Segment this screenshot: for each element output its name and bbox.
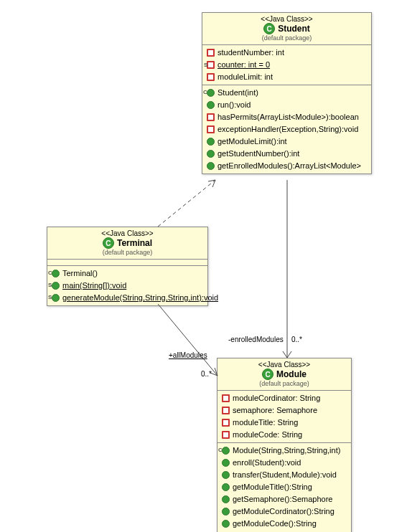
op: SgenerateModule(String,String,String,int… [47, 292, 207, 304]
private-icon: S [207, 61, 215, 69]
operations: CStudent(int) run():void hasPermits(Arra… [202, 85, 371, 174]
class-name: Student [278, 24, 310, 34]
class-header: <<Java Class>> C Terminal (default packa… [47, 227, 207, 260]
public-icon [222, 508, 230, 516]
class-terminal: <<Java Class>> C Terminal (default packa… [47, 227, 208, 306]
public-icon [207, 138, 215, 146]
op: run():void [202, 99, 371, 111]
op: getEnrolledModules():ArrayList<Module> [202, 160, 371, 172]
op-text: transfer(Student,Module):void [233, 470, 337, 480]
private-icon [207, 73, 215, 81]
op-text: getModuleCode():String [233, 518, 317, 529]
op-text: enroll(Student):void [233, 457, 301, 468]
private-icon [207, 49, 215, 57]
attr-text: moduleLimit: int [217, 72, 273, 82]
attr: moduleTitle: String [217, 417, 351, 429]
public-icon [222, 495, 230, 503]
op: CModule(String,String,String,int) [217, 445, 351, 457]
attr-text: semaphore: Semaphore [233, 405, 317, 416]
op-text: Terminal() [62, 268, 98, 279]
attributes: moduleCordinator: String semaphore: Sema… [217, 391, 351, 443]
stereotype: <<Java Class>> [223, 361, 345, 369]
public-icon [222, 520, 230, 528]
public-icon [222, 483, 230, 491]
op: transfer(Student,Module):void [217, 469, 351, 481]
stereotype: <<Java Class>> [208, 15, 365, 23]
public-icon: S [52, 294, 60, 302]
private-icon [222, 419, 230, 427]
public-icon [207, 162, 215, 170]
constructor-icon: C [207, 89, 215, 97]
op: hasPermits(ArrayList<Module>):boolean [202, 111, 371, 123]
op: exceptionHandler(Exception,String):void [202, 123, 371, 136]
class-name-row: C Student [208, 23, 365, 34]
op-text: getModuleCordinator():String [233, 506, 335, 517]
op: CStudent(int) [202, 87, 371, 99]
private-icon [207, 113, 215, 121]
public-icon [222, 471, 230, 479]
attr: moduleCordinator: String [217, 392, 351, 404]
attr: Scounter: int = 0 [202, 59, 371, 71]
class-icon: C [263, 23, 275, 34]
private-icon [207, 125, 215, 133]
op-text: getEnrolledModules():ArrayList<Module> [217, 161, 361, 171]
public-icon [207, 150, 215, 158]
op-text: getModuleTitle():String [233, 482, 312, 493]
class-icon: C [262, 369, 273, 380]
op: getModuleTitle():String [217, 481, 351, 493]
attr: moduleLimit: int [202, 71, 371, 83]
op-text: Module(String,String,String,int) [233, 445, 340, 456]
private-icon [222, 394, 230, 402]
class-name: Terminal [117, 238, 152, 248]
attributes: studentNumber: int Scounter: int = 0 mod… [202, 45, 371, 85]
private-icon [222, 407, 230, 414]
assoc-mult-enrolled: 0..* [291, 336, 302, 343]
op-text: exceptionHandler(Exception,String):void [217, 124, 358, 135]
package: (default package) [223, 380, 345, 387]
op-text: getModuleLimit():int [217, 136, 287, 147]
assoc-mult-all: 0..* [201, 370, 212, 378]
svg-line-0 [158, 180, 215, 227]
assoc-label-enrolled: -enrolledModules [228, 336, 284, 343]
op: getStudentNumber():int [202, 148, 371, 160]
class-header: <<Java Class>> C Student (default packag… [202, 13, 371, 45]
class-icon: C [103, 237, 114, 249]
op: getModuleLimit():int [202, 136, 371, 148]
op-text: getSemaphore():Semaphore [233, 494, 332, 505]
package: (default package) [53, 249, 202, 256]
attr-text: moduleCode: String [233, 429, 302, 440]
attributes-empty [47, 260, 207, 266]
operations: CTerminal() Smain(String[]):void Sgenera… [47, 266, 207, 305]
class-student: <<Java Class>> C Student (default packag… [202, 12, 372, 174]
op-text: hasPermits(ArrayList<Module>):boolean [217, 112, 359, 123]
op: getSemaphore():Semaphore [217, 493, 351, 505]
op-text: run():void [217, 100, 251, 110]
public-icon [207, 101, 215, 109]
attr-text: moduleCordinator: String [233, 393, 320, 404]
class-header: <<Java Class>> C Module (default package… [217, 358, 351, 391]
op-text: getStudentNumber():int [217, 148, 299, 159]
op: enroll(Student):void [217, 457, 351, 469]
assoc-label-all: +allModules [169, 351, 207, 359]
op: getModuleCode():String [217, 518, 351, 530]
constructor-icon: C [222, 447, 230, 455]
op-text: Student(int) [217, 87, 258, 98]
attr: semaphore: Semaphore [217, 404, 351, 417]
op-text: main(String[]):void [62, 280, 126, 291]
op: getModuleCordinator():String [217, 505, 351, 518]
svg-line-2 [158, 304, 217, 376]
constructor-icon: C [52, 270, 60, 277]
attr: studentNumber: int [202, 47, 371, 59]
attr-text: counter: int = 0 [217, 60, 270, 70]
operations: CModule(String,String,String,int) enroll… [217, 443, 351, 532]
class-name-row: C Module [223, 369, 345, 380]
public-icon [222, 459, 230, 467]
attr-text: moduleTitle: String [233, 417, 298, 428]
attr: moduleCode: String [217, 429, 351, 441]
private-icon [222, 431, 230, 439]
class-name-row: C Terminal [53, 237, 202, 249]
public-icon: S [52, 282, 60, 290]
attr-text: studentNumber: int [217, 47, 284, 58]
class-module: <<Java Class>> C Module (default package… [217, 358, 352, 532]
op: Smain(String[]):void [47, 280, 207, 292]
